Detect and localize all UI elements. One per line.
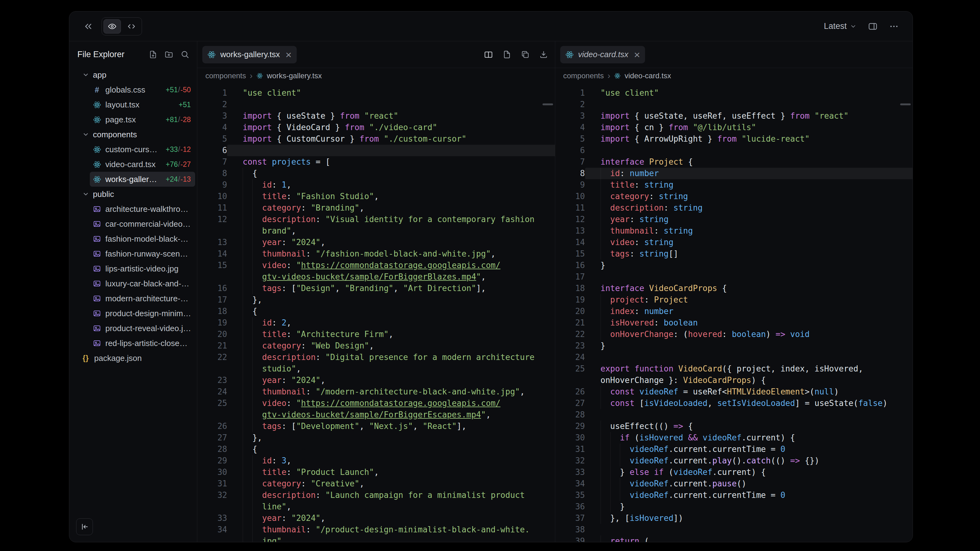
code-line[interactable]: 8id: number [555, 168, 913, 179]
code-line[interactable]: 28{ [197, 443, 555, 455]
code-line[interactable]: 25export function VideoCard({ project, i… [555, 363, 913, 375]
tree-file[interactable]: page.tsx+81/-28 [69, 112, 195, 127]
preview-toggle-button[interactable] [103, 19, 121, 33]
code-line[interactable]: line", [197, 501, 555, 513]
code-line[interactable]: onHoverChange }: VideoCardProps) { [555, 375, 913, 386]
tree-file[interactable]: product-design-minim… [69, 306, 195, 321]
code-line[interactable]: 3import { useState, useRef, useEffect } … [555, 110, 913, 122]
tree-file[interactable]: works-galler…+24/-13 [90, 172, 195, 187]
code-line[interactable]: 4import { VideoCard } from "./video-card… [197, 122, 555, 133]
scrollbar-thumb[interactable] [900, 103, 911, 105]
tree-file[interactable]: luxury-car-black-and-… [69, 276, 195, 291]
code-line[interactable]: gtv-videos-bucket/sample/ForBiggerBlazes… [197, 271, 555, 283]
code-line[interactable]: 34videoRef.current.pause() [555, 478, 913, 489]
tab-close-button[interactable]: × [634, 49, 640, 60]
code-line[interactable]: 13year: "2024", [197, 237, 555, 248]
code-line[interactable]: 22onHoverChange: (hovered: boolean) => v… [555, 329, 913, 340]
version-selector[interactable]: Latest [824, 21, 857, 31]
code-line[interactable]: 15video: "https://commondatastorage.goog… [197, 260, 555, 271]
tab-close-button[interactable]: × [286, 49, 292, 60]
code-line[interactable]: jpg", [197, 535, 555, 542]
code-line[interactable]: 39return ( [555, 535, 913, 542]
new-file-button[interactable] [148, 50, 158, 59]
code-line[interactable]: 9id: 1, [197, 179, 555, 191]
tree-file[interactable]: red-lips-artistic-close… [69, 336, 195, 351]
copy-code-button[interactable] [521, 50, 530, 59]
code-line[interactable]: 26tags: ["Development", "Next.js", "Reac… [197, 421, 555, 432]
code-line[interactable]: 21isHovered: boolean [555, 317, 913, 329]
tree-file[interactable]: video-card.tsx+76/-27 [69, 157, 195, 172]
code-toggle-button[interactable] [123, 19, 140, 33]
code-line[interactable]: 10title: "Fashion Studio", [197, 191, 555, 202]
code-line[interactable]: 7const projects = [ [197, 156, 555, 168]
breadcrumb-folder[interactable]: components [205, 71, 246, 80]
code-line[interactable]: 24 [555, 352, 913, 363]
code-line[interactable]: 32description: "Launch campaign for a mi… [197, 489, 555, 501]
scrollbar-thumb[interactable] [542, 103, 553, 105]
breadcrumb-folder[interactable]: components [563, 71, 604, 80]
code-line[interactable]: 29useEffect(() => { [555, 421, 913, 432]
code-line[interactable]: 30if (isHovered && videoRef.current) { [555, 432, 913, 443]
code-editor-video-card[interactable]: 1"use client"23import { useState, useRef… [555, 84, 913, 542]
code-line[interactable]: 1"use client" [197, 87, 555, 99]
layout-panel-button[interactable] [868, 21, 878, 31]
view-file-button[interactable] [503, 50, 511, 59]
code-line[interactable]: 36} [555, 501, 913, 513]
code-line[interactable]: 7interface Project { [555, 156, 913, 168]
tree-file[interactable]: fashion-runway-scen… [69, 246, 195, 261]
code-line[interactable]: 3import { useState } from "react" [197, 110, 555, 122]
code-line[interactable]: 20title: "Architecture Firm", [197, 329, 555, 340]
code-line[interactable]: 26const videoRef = useRef<HTMLVideoEleme… [555, 386, 913, 398]
code-line[interactable]: 20index: number [555, 306, 913, 317]
code-line[interactable]: 33} else if (videoRef.current) { [555, 467, 913, 478]
code-line[interactable]: 28 [555, 409, 913, 421]
code-line[interactable]: 12description: "Visual identity for a co… [197, 214, 555, 225]
code-line[interactable]: 17}, [197, 294, 555, 306]
code-line[interactable]: 13thumbnail: string [555, 225, 913, 237]
code-line[interactable]: 8{ [197, 168, 555, 179]
code-line[interactable]: 6 [555, 145, 913, 156]
more-options-button[interactable] [889, 21, 899, 31]
code-line[interactable]: 19id: 2, [197, 317, 555, 329]
collapse-sidebar-button[interactable] [76, 518, 93, 535]
code-line[interactable]: 23} [555, 340, 913, 352]
code-line[interactable]: 31category: "Creative", [197, 478, 555, 489]
code-line[interactable]: 16} [555, 260, 913, 271]
code-line[interactable]: 4import { cn } from "@/lib/utils" [555, 122, 913, 133]
code-line[interactable]: 24thumbnail: "/modern-architecture-black… [197, 386, 555, 398]
tree-file[interactable]: product-reveal-video.j… [69, 321, 195, 336]
tree-file[interactable]: modern-architecture-… [69, 291, 195, 306]
code-line[interactable]: 21category: "Web Design", [197, 340, 555, 352]
tab-works-gallery[interactable]: works-gallery.tsx × [202, 46, 297, 64]
code-line[interactable]: 33year: "2024", [197, 513, 555, 524]
code-line[interactable]: 27}, [197, 432, 555, 443]
code-line[interactable]: 23year: "2024", [197, 375, 555, 386]
tree-folder[interactable]: public [69, 187, 195, 202]
breadcrumb-file[interactable]: works-gallery.tsx [267, 71, 322, 80]
code-line[interactable]: 2 [197, 99, 555, 110]
tree-file[interactable]: lips-artistic-video.jpg [69, 261, 195, 276]
tree-file[interactable]: {}package.json [69, 351, 195, 365]
tree-folder[interactable]: app [69, 67, 195, 82]
code-line[interactable]: 37}, [isHovered]) [555, 513, 913, 524]
code-line[interactable]: 22description: "Digital presence for a m… [197, 352, 555, 363]
code-line[interactable]: 30title: "Product Launch", [197, 467, 555, 478]
code-line[interactable]: brand", [197, 225, 555, 237]
code-line[interactable]: 18interface VideoCardProps { [555, 283, 913, 294]
code-line[interactable]: 5import { ArrowUpRight } from "lucide-re… [555, 133, 913, 145]
code-line[interactable]: 35videoRef.current.currentTime = 0 [555, 489, 913, 501]
code-line[interactable]: 25video: "https://commondatastorage.goog… [197, 398, 555, 409]
code-line[interactable]: 2 [555, 99, 913, 110]
code-line[interactable]: 34thumbnail: "/product-design-minimalist… [197, 524, 555, 535]
split-view-button[interactable] [484, 50, 493, 59]
code-line[interactable]: 9title: string [555, 179, 913, 191]
code-editor-works-gallery[interactable]: 1"use client"23import { useState } from … [197, 84, 555, 542]
tree-file[interactable]: #globals.css+51/-50 [69, 82, 195, 97]
code-line[interactable]: 32videoRef.current.play().catch(() => {}… [555, 455, 913, 467]
tree-folder[interactable]: components [69, 127, 195, 142]
tree-file[interactable]: layout.tsx+51 [69, 97, 195, 112]
code-line[interactable]: 5import { CustomCursor } from "./custom-… [197, 133, 555, 145]
breadcrumb-file[interactable]: video-card.tsx [625, 71, 671, 80]
new-folder-button[interactable] [164, 50, 173, 59]
code-line[interactable]: 15tags: string[] [555, 248, 913, 260]
